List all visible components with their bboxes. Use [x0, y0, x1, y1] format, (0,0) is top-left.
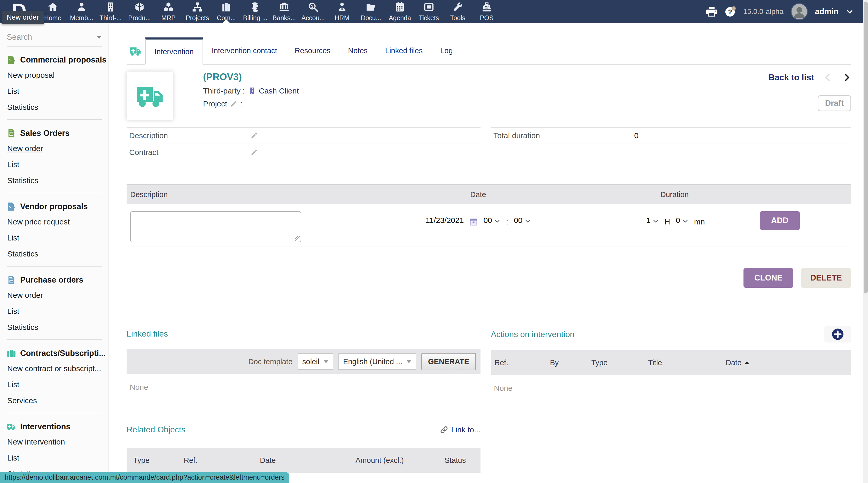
- edit-pencil-icon[interactable]: [251, 149, 258, 156]
- sidebar-item[interactable]: List: [0, 303, 108, 319]
- clone-button[interactable]: CLONE: [743, 268, 793, 288]
- language-select[interactable]: English (United ...: [338, 353, 416, 370]
- minutes-unit-label: mn: [694, 218, 705, 226]
- back-to-list-link[interactable]: Back to list: [769, 72, 814, 83]
- sidebar-item[interactable]: New contract or subscript...: [0, 361, 108, 377]
- actions-col-title[interactable]: Title: [648, 358, 726, 367]
- sidebar-section-title[interactable]: Contracts/Subscripti...: [0, 346, 108, 361]
- sidebar-section-title[interactable]: Purchase orders: [0, 272, 108, 287]
- actions-col-by[interactable]: By: [550, 358, 591, 367]
- topnav-item-billing[interactable]: Billing ...: [241, 0, 270, 23]
- sidebar-item[interactable]: List: [0, 83, 108, 99]
- tab-intervention-contact[interactable]: Intervention contact: [203, 37, 286, 64]
- link-to-label: Link to...: [451, 425, 480, 434]
- linked-files-section: Linked files Doc template soleil English…: [127, 326, 480, 399]
- user-menu[interactable]: admin: [815, 7, 839, 16]
- hour-select[interactable]: 00: [481, 216, 502, 228]
- tabs-row: InterventionIntervention contactResource…: [127, 37, 851, 65]
- calendar-icon[interactable]: [469, 218, 478, 226]
- total-duration-label: Total duration: [493, 131, 634, 140]
- print-icon[interactable]: [706, 6, 717, 17]
- time-separator: :: [506, 218, 508, 226]
- lines-table-header: Description Date Duration: [127, 184, 851, 204]
- sidebar-item[interactable]: Statistics: [0, 319, 108, 335]
- edit-pencil-icon[interactable]: [251, 132, 258, 139]
- search-input[interactable]: Search: [7, 33, 102, 46]
- topnav-item-members[interactable]: Memb...: [67, 0, 96, 23]
- actions-col-ref[interactable]: Ref.: [494, 358, 550, 367]
- sidebar-item[interactable]: List: [0, 157, 108, 172]
- chevron-left-icon[interactable]: [823, 73, 833, 82]
- sidebar-item[interactable]: Statistics: [0, 99, 108, 115]
- sidebar-item[interactable]: Statistics: [0, 246, 108, 262]
- topnav-label: HRM: [335, 14, 349, 22]
- topnav-label: Tickets: [419, 14, 439, 22]
- generate-button[interactable]: GENERATE: [421, 353, 476, 370]
- link-to-button[interactable]: Link to...: [440, 425, 480, 434]
- topnav-item-thirdparties[interactable]: Third-...: [96, 0, 125, 23]
- date-value: 11/23/2021: [426, 216, 464, 225]
- sidebar-item[interactable]: New intervention: [0, 434, 108, 450]
- chevron-down-icon: [525, 217, 531, 223]
- tab-resources[interactable]: Resources: [286, 37, 339, 64]
- sidebar-item[interactable]: New order: [0, 140, 108, 157]
- col-description: Description: [130, 190, 372, 199]
- doc-template-select[interactable]: soleil: [298, 353, 333, 370]
- topnav-label: Com...: [217, 14, 236, 22]
- sidebar-item[interactable]: New order: [0, 287, 108, 303]
- edit-pencil-icon[interactable]: [230, 100, 238, 107]
- add-action-button[interactable]: [824, 326, 851, 343]
- actions-col-type[interactable]: Type: [591, 358, 648, 367]
- sidebar-item[interactable]: New price request: [0, 214, 108, 230]
- topnav-item-pos[interactable]: POS: [472, 0, 501, 23]
- sidebar-item[interactable]: Services: [0, 393, 108, 409]
- tab-intervention[interactable]: Intervention: [145, 37, 203, 65]
- chevron-right-icon[interactable]: [842, 73, 851, 82]
- avatar[interactable]: [791, 3, 808, 20]
- delete-button[interactable]: DELETE: [801, 268, 851, 288]
- sidebar-section-title[interactable]: Vendor proposals: [0, 199, 108, 214]
- topnav-item-mrp[interactable]: MRP: [154, 0, 183, 23]
- help-icon[interactable]: ?: [724, 6, 736, 17]
- topnav-item-commerce[interactable]: Com...: [212, 0, 241, 23]
- sidebar-section-title[interactable]: Sales Orders: [0, 126, 108, 140]
- topnav-item-tools[interactable]: Tools: [443, 0, 472, 23]
- topnav-item-tickets[interactable]: Tickets: [414, 0, 443, 23]
- topnav-item-projects[interactable]: Projects: [183, 0, 212, 23]
- actions-col-date[interactable]: Date: [726, 358, 847, 367]
- sidebar-item[interactable]: List: [0, 230, 108, 246]
- duration-minutes-select[interactable]: 0: [674, 216, 690, 228]
- sidebar-item[interactable]: List: [0, 377, 108, 393]
- search-dropdown-icon[interactable]: [97, 36, 102, 39]
- chevron-down-icon[interactable]: [846, 8, 854, 15]
- sidebar-item[interactable]: List: [0, 450, 108, 466]
- billing-icon: [250, 2, 260, 12]
- line-description-textarea[interactable]: [130, 211, 301, 242]
- topnav-item-banks[interactable]: Banks...: [270, 0, 299, 23]
- link-tooltip: New order: [2, 11, 44, 24]
- sidebar-section-title[interactable]: Commercial proposals: [0, 52, 108, 67]
- sidebar-item[interactable]: New proposal: [0, 67, 108, 83]
- scrollbar-thumb[interactable]: [864, 2, 868, 293]
- topnav-item-hrm[interactable]: HRM: [328, 0, 356, 23]
- minute-select[interactable]: 00: [512, 216, 533, 228]
- date-input[interactable]: 11/23/2021: [424, 216, 466, 228]
- tab-log[interactable]: Log: [431, 37, 461, 64]
- tab-linked-files[interactable]: Linked files: [376, 37, 431, 64]
- project-line: Project :: [203, 99, 299, 108]
- add-button[interactable]: ADD: [760, 211, 800, 230]
- topnav-item-documents[interactable]: Docu...: [356, 0, 385, 23]
- topnav-item-agenda[interactable]: Agenda: [385, 0, 414, 23]
- sidebar-section-title[interactable]: Interventions: [0, 419, 108, 434]
- topnav-item-products[interactable]: Produ...: [125, 0, 154, 23]
- scrollbar[interactable]: [863, 0, 868, 483]
- third-party-link[interactable]: Cash Client: [259, 87, 299, 95]
- object-photo: [127, 71, 173, 120]
- tab-notes[interactable]: Notes: [339, 37, 376, 64]
- doc-generate-bar: Doc template soleil English (United ... …: [127, 349, 480, 374]
- top-bar: D HomeMemb...Third-...Produ...MRPProject…: [0, 0, 868, 23]
- duration-hours-select[interactable]: 1: [644, 216, 661, 228]
- topnav-item-accountancy[interactable]: $Accou...: [299, 0, 328, 23]
- actions-title: Actions on intervention: [491, 329, 575, 339]
- sidebar-item[interactable]: Statistics: [0, 172, 108, 189]
